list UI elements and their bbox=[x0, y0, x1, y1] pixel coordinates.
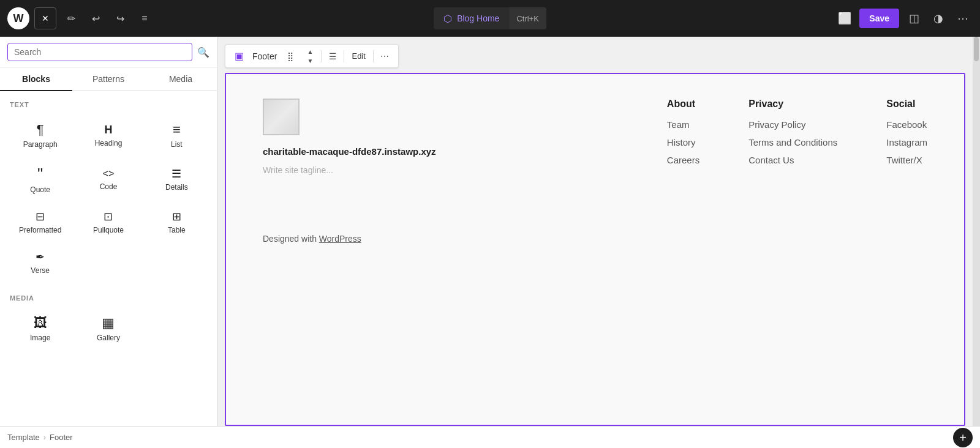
sidebar: 🔍 Blocks Patterns Media TEXT ¶ Paragraph… bbox=[0, 37, 217, 426]
view-icon[interactable]: ⬜ bbox=[835, 9, 854, 28]
toolbar-divider-1 bbox=[321, 50, 322, 62]
heading-icon: H bbox=[104, 124, 112, 135]
footer-link-careers[interactable]: Careers bbox=[667, 155, 699, 165]
footer-link-team[interactable]: Team bbox=[667, 119, 699, 130]
blog-home-label: Blog Home bbox=[457, 13, 499, 23]
pullquote-icon: ⊡ bbox=[104, 211, 113, 222]
scroll-thumb bbox=[974, 37, 979, 61]
block-pullquote[interactable]: ⊡ Pullquote bbox=[75, 204, 141, 242]
block-image[interactable]: 🖼 Image bbox=[7, 309, 73, 349]
pencil-icon[interactable]: ✏ bbox=[61, 9, 81, 28]
block-gallery-label: Gallery bbox=[97, 334, 120, 342]
details-icon: ☰ bbox=[172, 168, 181, 179]
footer-link-instagram[interactable]: Instagram bbox=[886, 137, 927, 147]
block-list[interactable]: ≡ List bbox=[144, 116, 209, 156]
block-quote-label: Quote bbox=[30, 185, 50, 194]
footer-col-privacy: Privacy Privacy Policy Terms and Conditi… bbox=[748, 99, 837, 173]
footer-main: charitable-macaque-dfde87.instawp.xyz Wr… bbox=[263, 99, 927, 175]
bottom-bar: Template › Footer + bbox=[0, 426, 980, 448]
block-image-label: Image bbox=[30, 334, 50, 342]
canvas-area: ▣ Footer ⣿ ▲ ▼ ☰ Edit ⋯ bbox=[217, 37, 973, 426]
verse-icon: ✒ bbox=[36, 252, 45, 263]
drag-handle-icon[interactable]: ⣿ bbox=[282, 48, 299, 65]
breadcrumb-separator: › bbox=[43, 433, 46, 442]
blog-home-button[interactable]: ⬡ Blog Home bbox=[434, 7, 509, 29]
move-down-icon[interactable]: ▼ bbox=[301, 56, 318, 65]
block-quote[interactable]: " Quote bbox=[7, 159, 73, 201]
footer-link-terms[interactable]: Terms and Conditions bbox=[748, 137, 837, 147]
footer-block-label: Footer bbox=[250, 51, 279, 61]
media-section-label: MEDIA bbox=[7, 294, 209, 302]
menu-icon[interactable]: ≡ bbox=[135, 9, 154, 28]
block-heading-label: Heading bbox=[95, 139, 123, 147]
edit-button[interactable]: Edit bbox=[347, 49, 370, 63]
block-table-label: Table bbox=[168, 226, 186, 234]
top-toolbar: W ✕ ✏ ↩ ↪ ≡ ⬡ Blog Home Ctrl+K ⬜ Save ◫ … bbox=[0, 0, 980, 37]
svg-rect-0 bbox=[263, 99, 300, 135]
search-icon[interactable]: 🔍 bbox=[197, 47, 209, 58]
block-preformatted[interactable]: ⊟ Preformatted bbox=[7, 204, 73, 242]
block-details[interactable]: ☰ Details bbox=[144, 159, 209, 201]
block-preformatted-label: Preformatted bbox=[19, 226, 61, 234]
shortcut-label: Ctrl+K bbox=[509, 7, 546, 29]
split-view-icon[interactable]: ◫ bbox=[904, 9, 924, 28]
toolbar-center: ⬡ Blog Home Ctrl+K bbox=[434, 7, 546, 29]
contrast-icon[interactable]: ◑ bbox=[929, 9, 948, 28]
footer-link-privacy-policy[interactable]: Privacy Policy bbox=[748, 119, 837, 130]
footer-col-about-title: About bbox=[667, 99, 699, 110]
block-verse[interactable]: ✒ Verse bbox=[7, 244, 73, 282]
move-up-icon[interactable]: ▲ bbox=[301, 47, 318, 56]
save-button[interactable]: Save bbox=[859, 9, 899, 28]
footer-link-facebook[interactable]: Facebook bbox=[886, 119, 927, 130]
preformatted-icon: ⊟ bbox=[36, 211, 45, 222]
footer-block-icon[interactable]: ▣ bbox=[230, 48, 247, 65]
tab-blocks[interactable]: Blocks bbox=[0, 68, 72, 91]
undo-icon[interactable]: ↩ bbox=[86, 9, 105, 28]
footer-logo-area: charitable-macaque-dfde87.instawp.xyz Wr… bbox=[263, 99, 436, 175]
block-paragraph[interactable]: ¶ Paragraph bbox=[7, 116, 73, 156]
block-toolbar: ▣ Footer ⣿ ▲ ▼ ☰ Edit ⋯ bbox=[225, 44, 399, 68]
block-heading[interactable]: H Heading bbox=[75, 116, 141, 156]
footer-wordpress-link[interactable]: WordPress bbox=[319, 234, 361, 244]
svg-line-2 bbox=[263, 99, 300, 135]
right-scrollbar[interactable] bbox=[973, 37, 980, 426]
block-code-label: Code bbox=[100, 182, 118, 191]
footer-link-contact[interactable]: Contact Us bbox=[748, 155, 837, 165]
more-options-icon[interactable]: ⋯ bbox=[953, 9, 973, 28]
footer-col-privacy-title: Privacy bbox=[748, 99, 837, 110]
tab-media[interactable]: Media bbox=[145, 68, 217, 91]
search-input[interactable] bbox=[7, 43, 192, 61]
block-details-label: Details bbox=[165, 183, 188, 192]
image-icon: 🖼 bbox=[34, 316, 47, 330]
footer-bottom-text: Designed with bbox=[263, 234, 319, 244]
svg-rect-3 bbox=[263, 99, 300, 135]
code-icon: <> bbox=[103, 169, 115, 179]
breadcrumb-footer[interactable]: Footer bbox=[50, 433, 73, 442]
align-icon[interactable]: ☰ bbox=[324, 48, 341, 65]
block-gallery[interactable]: ▦ Gallery bbox=[75, 309, 141, 349]
footer-bottom: Designed with WordPress bbox=[263, 224, 927, 244]
add-block-button[interactable]: + bbox=[953, 428, 973, 447]
svg-line-1 bbox=[263, 99, 300, 135]
block-more-icon[interactable]: ⋯ bbox=[376, 48, 393, 65]
wordpress-logo[interactable]: W bbox=[7, 7, 29, 29]
footer-col-social: Social Facebook Instagram Twitter/X bbox=[886, 99, 927, 173]
paragraph-icon: ¶ bbox=[37, 123, 44, 136]
block-verse-label: Verse bbox=[31, 266, 50, 275]
breadcrumb-template[interactable]: Template bbox=[7, 433, 40, 442]
media-blocks-grid: 🖼 Image ▦ Gallery bbox=[7, 309, 209, 349]
close-button[interactable]: ✕ bbox=[34, 7, 56, 29]
footer-link-twitter[interactable]: Twitter/X bbox=[886, 155, 927, 165]
text-section-label: TEXT bbox=[7, 101, 209, 108]
table-icon: ⊞ bbox=[172, 211, 181, 222]
search-bar: 🔍 bbox=[0, 37, 217, 68]
footer-block[interactable]: charitable-macaque-dfde87.instawp.xyz Wr… bbox=[225, 73, 965, 426]
redo-icon[interactable]: ↪ bbox=[110, 9, 130, 28]
gallery-icon: ▦ bbox=[102, 316, 115, 330]
block-code[interactable]: <> Code bbox=[75, 159, 141, 201]
tab-patterns[interactable]: Patterns bbox=[72, 68, 145, 91]
footer-link-history[interactable]: History bbox=[667, 137, 699, 147]
footer-nav-cols: About Team History Careers Privacy Priva… bbox=[461, 99, 927, 173]
main-area: 🔍 Blocks Patterns Media TEXT ¶ Paragraph… bbox=[0, 37, 980, 426]
block-table[interactable]: ⊞ Table bbox=[144, 204, 209, 242]
